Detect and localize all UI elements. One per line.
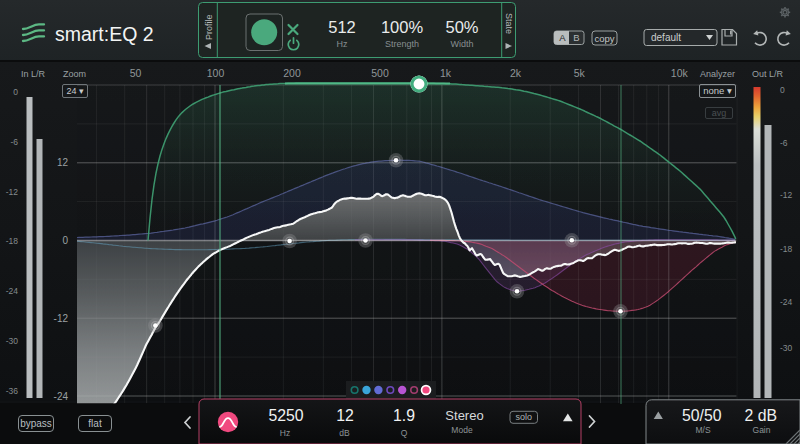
svg-text:Hz: Hz (280, 428, 290, 438)
svg-text:M/S: M/S (695, 425, 710, 435)
svg-text:0: 0 (62, 235, 68, 246)
svg-text:State: State (504, 13, 514, 34)
svg-text:1.9: 1.9 (393, 407, 415, 424)
svg-text:Width: Width (450, 39, 473, 49)
svg-text:5250: 5250 (268, 407, 303, 424)
svg-text:In L/R: In L/R (21, 69, 46, 79)
svg-text:-30: -30 (6, 336, 19, 346)
svg-text:-12: -12 (54, 313, 69, 324)
svg-text:12: 12 (336, 407, 354, 424)
svg-text:Q: Q (401, 428, 408, 438)
svg-text:Gain: Gain (753, 425, 771, 435)
svg-text:200: 200 (283, 67, 301, 79)
svg-text:default: default (651, 32, 681, 43)
svg-text:Profile: Profile (204, 14, 214, 40)
svg-text:50: 50 (130, 67, 142, 79)
svg-text:1k: 1k (440, 67, 452, 79)
svg-text:Analyzer: Analyzer (700, 69, 735, 79)
svg-text:512: 512 (328, 18, 356, 36)
svg-text:-6: -6 (780, 138, 788, 148)
svg-text:10k: 10k (671, 67, 689, 79)
svg-text:12: 12 (57, 157, 69, 168)
svg-text:-6: -6 (10, 137, 18, 147)
svg-text:50%: 50% (445, 18, 478, 36)
svg-text:dB: dB (339, 428, 350, 438)
svg-text:-12: -12 (6, 187, 19, 197)
svg-text:solo: solo (515, 412, 532, 422)
svg-text:5k: 5k (574, 67, 586, 79)
svg-text:A: A (559, 32, 566, 43)
svg-text:B: B (573, 32, 579, 43)
svg-text:0: 0 (780, 85, 785, 95)
svg-text:-18: -18 (6, 236, 19, 246)
svg-text:-12: -12 (780, 190, 793, 200)
svg-text:-30: -30 (780, 343, 793, 353)
svg-text:copy: copy (594, 33, 614, 44)
svg-text:Strength: Strength (385, 39, 419, 49)
svg-text:Mode: Mode (451, 425, 473, 435)
svg-text:Hz: Hz (337, 39, 348, 49)
svg-text:100%: 100% (381, 18, 424, 36)
svg-text:-24: -24 (6, 286, 19, 296)
svg-text:2k: 2k (510, 67, 522, 79)
svg-text:-24: -24 (780, 297, 793, 307)
svg-text:0: 0 (13, 87, 18, 97)
svg-text:50/50: 50/50 (682, 407, 722, 424)
svg-text:smart:EQ 2: smart:EQ 2 (55, 23, 154, 45)
svg-text:-18: -18 (780, 244, 793, 254)
svg-text:Zoom: Zoom (63, 69, 86, 79)
svg-text:2 dB: 2 dB (745, 407, 778, 424)
svg-text:Stereo: Stereo (445, 408, 483, 423)
svg-text:500: 500 (371, 67, 389, 79)
svg-text:100: 100 (207, 67, 225, 79)
svg-text:Out L/R: Out L/R (752, 69, 784, 79)
